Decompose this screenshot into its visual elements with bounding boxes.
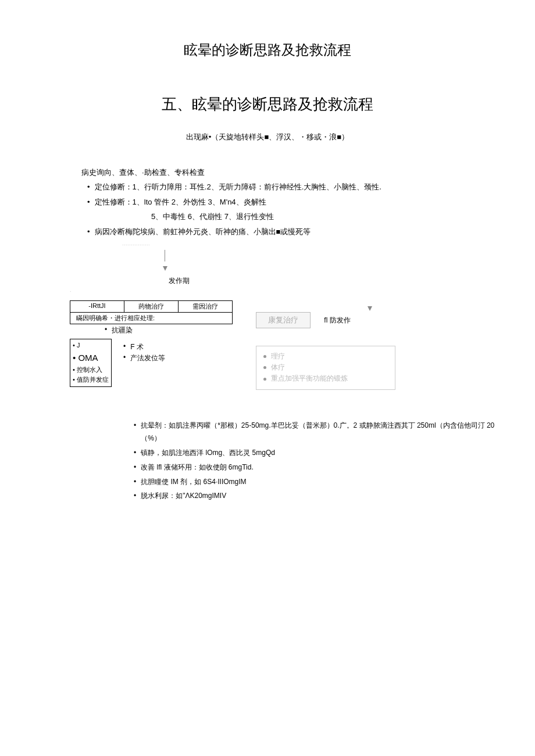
prevent-label: fl 防发作 [324,316,350,325]
page-title: 眩晕的诊断思路及抢救流程 [35,41,500,59]
item-complication: 值防并发症 [77,376,109,383]
recovery-right-column: 康复治疗 fl 防发作 理疗 体疗 重点加强平衡功能的锻炼 [256,300,395,390]
history-line: 病史询向、查体、·助检查、专科检查 [81,166,500,179]
diag-line-3: • 病因冷断梅陀埃病、前虹神外元炎、听神的痛、小脑出■或慢死等 [81,225,500,238]
treatment-left-column: -IRttJI 药物治疗 需因治疗 瞞因明确希・进行相应处理: • 抗疆染 • … [70,300,233,390]
cell-irttji: -IRttJI [70,301,124,312]
item-water: 控制水入 [77,366,102,373]
bullet-icon: • [87,180,90,194]
surgery-list: •F 术 •产法发位等 [117,339,165,387]
recovery-list: 理疗 体疗 重点加强平衡功能的锻炼 [256,346,395,390]
bullet-icon: • [134,489,136,503]
diag-text-3: 病因冷断梅陀埃病、前虹神外元炎、听神的痛、小脑出■或慢死等 [95,225,311,238]
med-2: 镇静，如肌注地西洋 lOmg、西比灵 5mgQd [141,446,275,460]
med-1: 抗晕剂：如肌注界丙曜（*那根）25-50mg.羊巴比妥（普米那）0.广。2 或静… [141,419,500,446]
section-title: 五、眩晕的诊断思路及抢救流程 [35,94,500,114]
decorative-mark-2: ⸱ [70,288,500,295]
recovery-item-1: 理疗 [271,352,285,360]
bullet-icon [263,378,266,381]
diag-sub-line: 5、中毒性 6、代崩性 7、退行性变性 [151,210,500,223]
bullet-icon: • [134,461,136,474]
arrow-down-right-icon [256,300,395,312]
decorative-mark: ⸱⸱⸱⸱⸱⸱⸱⸱⸱⸱⸱⸱⸱⸱⸱⸱ [122,239,500,250]
bullet-icon: • [123,353,126,361]
bullet-icon: • [87,195,90,209]
phase-label: 发作期 [169,275,500,288]
bullet-icon: • [134,446,136,460]
medication-list: •抗晕剂：如肌注界丙曜（*那根）25-50mg.羊巴比妥（普米那）0.广。2 或… [128,419,500,503]
bullet-icon: • [134,475,136,489]
bullet-icon [263,366,266,369]
recovery-item-2: 体疗 [271,363,285,371]
treatment-header-row: -IRttJI 药物治疗 需因治疗 [70,300,233,313]
recovery-box: 康复治疗 [256,312,311,328]
diag-text-2: 定性修断：1、lto 管件 2、外饬性 3、M'n4、炎解性 [95,195,266,209]
recovery-item-3: 重点加强平衡功能的锻炼 [271,374,348,382]
item-surgery: F 术 [130,342,144,352]
arrow-down-icon [165,250,165,261]
item-j: J [77,342,80,349]
med-5: 脱水利尿：如"ΛK20mgIMIV [141,489,226,503]
med-4: 抗胆瞳使 IM 剂，如 6S4·IIIOmgIM [141,475,246,489]
cell-drug-therapy: 药物治疗 [124,301,179,312]
arrow-down-head-icon [163,266,167,271]
diag-text-1: 定位修断：1、行听力障用：耳性.2、无听力障碍：前行神经性.大胸性、小脑性、颈性… [95,180,381,194]
item-reposition: 产法发位等 [130,353,165,363]
diag-line-1: • 定位修断：1、行听力障用：耳性.2、无听力障碍：前行神经性.大胸性、小脑性、… [81,180,500,194]
diag-line-2: • 定性修断：1、lto 管件 2、外饬性 3、M'n4、炎解性 [81,195,500,209]
anti-infection: 抗疆染 [112,325,133,335]
bullet-icon [263,355,266,358]
treatment-note: 瞞因明确希・进行相应处理: [70,313,233,324]
item-oma: OMA [78,353,98,363]
med-3: 改善 lfl 液储环用：如收使朗 6mgTid. [141,461,254,474]
bullet-icon: • [87,225,90,238]
bullet-icon: • [134,419,136,432]
subtitle-symptom: 出现麻•（天旋地转样头■、浮汉、・移或・浪■） [35,132,500,142]
bullet-icon: • [123,342,126,350]
small-box-left: • J • OMA • 控制水入 • 值防并发症 [70,339,112,387]
cell-cause-therapy: 需因治疗 [179,301,232,312]
bullet-icon: • [105,325,107,334]
